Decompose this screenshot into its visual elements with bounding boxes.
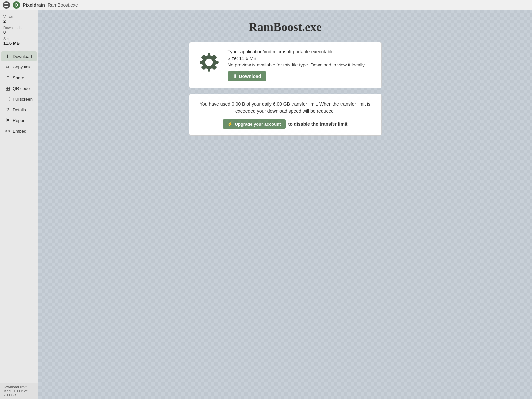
- fullscreen-icon: ⛶: [5, 96, 11, 102]
- downloads-value: 0: [3, 30, 35, 35]
- sidebar-stats: Views 2 Downloads 0 Size 11.6 MB: [0, 13, 38, 51]
- file-info: Type: application/vnd.microsoft.portable…: [228, 49, 375, 81]
- sidebar-qr-code-button[interactable]: ▦ QR code: [1, 83, 37, 93]
- gear-icon: [196, 49, 222, 75]
- file-type-line: Type: application/vnd.microsoft.portable…: [228, 49, 375, 54]
- sidebar-copy-link-button[interactable]: ⧉ Copy link: [1, 62, 37, 72]
- file-size-line: Size: 11.6 MB: [228, 56, 375, 61]
- lightning-icon: ⚡: [227, 121, 233, 127]
- sidebar-details-label: Details: [13, 107, 26, 112]
- file-size-value: 11.6 MB: [239, 56, 257, 61]
- pixeldrain-logo: [13, 1, 20, 9]
- download-limit-text: Download limit used: 0.00 B of 6.00 GB: [0, 383, 38, 399]
- file-info-card: Type: application/vnd.microsoft.portable…: [189, 42, 382, 88]
- sidebar-fullscreen-button[interactable]: ⛶ Fullscreen: [1, 94, 37, 104]
- upgrade-suffix-text: to disable the transfer limit: [288, 121, 348, 127]
- upgrade-section: ⚡ Upgrade your account to disable the tr…: [196, 119, 375, 129]
- sidebar-copy-link-label: Copy link: [13, 65, 30, 69]
- sidebar-share-label: Share: [13, 75, 24, 80]
- main-layout: Views 2 Downloads 0 Size 11.6 MB ⬇ Downl…: [0, 10, 532, 399]
- qr-code-icon: ▦: [5, 86, 11, 91]
- brand-name: Pixeldrain: [23, 2, 45, 8]
- topbar: Pixeldrain RamBoost.exe: [0, 0, 532, 10]
- sidebar-details-button[interactable]: ? Details: [1, 105, 37, 115]
- main-download-label: Download: [239, 74, 261, 79]
- file-title: RamBoost.exe: [45, 20, 525, 34]
- sidebar-fullscreen-label: Fullscreen: [13, 97, 33, 102]
- downloads-label: Downloads: [3, 26, 35, 30]
- svg-point-0: [205, 59, 212, 66]
- download-arrow-icon: ⬇: [233, 74, 237, 79]
- file-size-label: Size:: [228, 56, 238, 61]
- sidebar: Views 2 Downloads 0 Size 11.6 MB ⬇ Downl…: [0, 10, 38, 399]
- upgrade-btn-label: Upgrade your account: [235, 122, 281, 127]
- views-value: 2: [3, 19, 35, 24]
- details-icon: ?: [5, 107, 11, 112]
- no-preview-text: No preview is available for this file ty…: [228, 62, 375, 67]
- topbar-filename: RamBoost.exe: [48, 2, 78, 8]
- size-label: Size: [3, 37, 35, 41]
- sidebar-embed-button[interactable]: <> Embed: [1, 126, 37, 136]
- file-type-label: Type:: [228, 49, 239, 54]
- views-label: Views: [3, 15, 35, 19]
- share-icon: ⤴: [5, 75, 11, 80]
- report-icon: ⚑: [5, 118, 11, 123]
- sidebar-download-button[interactable]: ⬇ Download: [1, 51, 37, 61]
- sidebar-report-label: Report: [13, 118, 26, 123]
- embed-icon: <>: [5, 128, 11, 134]
- menu-button[interactable]: [3, 1, 10, 9]
- download-icon: ⬇: [5, 54, 11, 59]
- sidebar-download-label: Download: [13, 54, 32, 59]
- content-area: RamBoost.exe Type: application/vnd.micro…: [38, 10, 532, 399]
- sidebar-report-button[interactable]: ⚑ Report: [1, 115, 37, 125]
- transfer-info-text: You have used 0.00 B of your daily 6.00 …: [196, 101, 375, 115]
- upgrade-account-button[interactable]: ⚡ Upgrade your account: [223, 119, 286, 129]
- sidebar-embed-label: Embed: [13, 129, 26, 134]
- file-type-value: application/vnd.microsoft.portable-execu…: [240, 49, 334, 54]
- sidebar-share-button[interactable]: ⤴ Share: [1, 73, 37, 83]
- copy-link-icon: ⧉: [5, 64, 11, 70]
- size-value: 11.6 MB: [3, 41, 35, 46]
- transfer-limit-card: You have used 0.00 B of your daily 6.00 …: [189, 94, 382, 136]
- file-icon-container: [196, 49, 222, 76]
- main-download-button[interactable]: ⬇ Download: [228, 71, 267, 81]
- sidebar-qr-code-label: QR code: [13, 86, 30, 91]
